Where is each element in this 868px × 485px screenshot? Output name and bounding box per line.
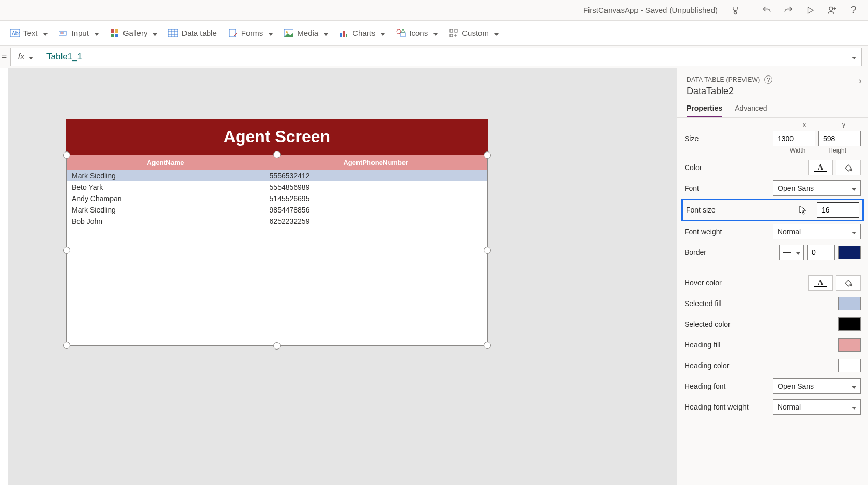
tool-input[interactable]: Input (59, 28, 99, 38)
tab-properties[interactable]: Properties (687, 101, 722, 117)
headingfont-select[interactable]: Open Sans (773, 378, 861, 394)
equals-label: = (0, 51, 7, 62)
tool-forms[interactable]: Forms (228, 28, 273, 38)
prop-hovercolor: Hover color A (685, 272, 861, 293)
svg-rect-18 (229, 29, 236, 37)
table-row[interactable]: Bob John6252232259 (67, 216, 487, 227)
play-icon[interactable] (802, 2, 818, 19)
column-header-phone[interactable]: AgentPhoneNumber (265, 155, 487, 170)
chevron-down-icon (492, 28, 499, 37)
table-row[interactable]: Beto Yark5554856989 (67, 181, 487, 193)
svg-marker-26 (401, 29, 405, 32)
svg-point-24 (397, 29, 401, 34)
fontweight-select[interactable]: Normal (773, 224, 861, 239)
datatable-icon (168, 28, 178, 38)
chevron-down-icon (794, 248, 800, 256)
resize-handle[interactable] (273, 342, 281, 350)
fx-button[interactable]: fx (10, 48, 40, 66)
font-select[interactable]: Open Sans (773, 180, 861, 196)
help-icon[interactable]: ? (764, 75, 772, 84)
size-width-input[interactable] (773, 131, 815, 146)
tool-datatable[interactable]: Data table (168, 28, 216, 38)
resize-handle[interactable] (484, 247, 491, 254)
svg-point-0 (734, 11, 737, 14)
fontsize-input[interactable] (817, 202, 859, 218)
resize-handle[interactable] (273, 151, 281, 158)
table-row[interactable]: Mark Siedling5556532412 (67, 170, 487, 181)
gallery-icon (110, 28, 119, 38)
properties-list: x y Size Width Height Color A Font Open … (677, 118, 868, 421)
formula-bar: = fx Table1_1 (0, 46, 868, 68)
divider (685, 267, 861, 267)
chevron-down-icon (431, 28, 438, 37)
chevron-down-icon (92, 28, 99, 37)
heading-fill-swatch[interactable] (838, 338, 861, 352)
column-header-name[interactable]: AgentName (67, 155, 265, 170)
tool-icons[interactable]: Icons (396, 28, 438, 38)
health-icon[interactable] (727, 2, 743, 19)
panel-tabs: Properties Advanced (677, 101, 868, 118)
resize-handle[interactable] (63, 151, 70, 159)
datatable-body: Mark Siedling5556532412Beto Yark55548569… (67, 170, 487, 227)
prop-headingfill: Heading fill (685, 335, 861, 355)
tool-text[interactable]: Abc Text (10, 28, 48, 38)
font-color-button[interactable]: A (808, 160, 833, 175)
cell-name: Andy Champan (67, 193, 265, 204)
datatable-control[interactable]: AgentName AgentPhoneNumber Mark Siedling… (66, 155, 488, 346)
border-color-swatch[interactable] (838, 246, 861, 259)
prop-size: Size (685, 128, 861, 149)
resize-handle[interactable] (484, 342, 491, 349)
chevron-down-icon (322, 28, 328, 37)
tool-charts[interactable]: Charts (339, 28, 385, 38)
titlebar: FirstCanvasApp - Saved (Unpublished) ? (0, 0, 868, 21)
svg-rect-25 (401, 33, 405, 37)
formula-input[interactable]: Table1_1 (40, 48, 862, 66)
svg-point-31 (851, 285, 853, 286)
svg-point-20 (286, 31, 288, 33)
prop-border: Border (685, 242, 861, 263)
headingfontweight-select[interactable]: Normal (773, 399, 861, 415)
cell-phone: 6252232259 (265, 216, 487, 227)
panel-header-label: DATA TABLE (PREVIEW) (687, 76, 760, 83)
prop-color: Color A (685, 157, 861, 178)
table-row[interactable]: Mark Siedling9854478856 (67, 204, 487, 216)
prop-selectedfill: Selected fill (685, 293, 861, 314)
selected-fill-swatch[interactable] (838, 297, 861, 310)
resize-handle[interactable] (63, 342, 70, 349)
chevron-down-icon (151, 28, 157, 37)
hover-font-color-button[interactable]: A (808, 275, 833, 291)
svg-rect-21 (340, 33, 342, 37)
input-icon (59, 28, 68, 38)
prop-headingfontweight: Heading font weight Normal (685, 397, 861, 417)
prop-fontweight: Font weight Normal (685, 221, 861, 242)
resize-handle[interactable] (484, 151, 491, 159)
redo-icon[interactable] (780, 2, 797, 19)
forms-icon (228, 28, 238, 38)
hover-fill-button[interactable] (836, 275, 861, 291)
size-height-input[interactable] (818, 131, 861, 146)
svg-point-2 (829, 7, 833, 10)
left-rail[interactable] (0, 68, 8, 485)
selected-color-swatch[interactable] (838, 317, 861, 331)
cell-name: Mark Siedling (67, 170, 265, 181)
resize-handle[interactable] (63, 247, 70, 254)
width-label: Width (790, 147, 806, 154)
table-row[interactable]: Andy Champan5145526695 (67, 193, 487, 204)
border-width-input[interactable] (807, 245, 835, 260)
tool-custom[interactable]: Custom (449, 28, 499, 38)
tab-advanced[interactable]: Advanced (735, 101, 767, 117)
icons-icon (396, 28, 406, 38)
fill-color-button[interactable] (836, 160, 861, 175)
control-name: DataTable2 (677, 86, 868, 101)
undo-icon[interactable] (758, 2, 775, 19)
cell-name: Mark Siedling (67, 204, 265, 216)
y-hint: y (842, 121, 845, 128)
border-style-select[interactable] (779, 245, 804, 260)
tool-gallery[interactable]: Gallery (110, 28, 158, 38)
expand-chevron-icon[interactable]: › (859, 75, 862, 86)
tool-media[interactable]: Media (284, 28, 328, 38)
heading-color-swatch[interactable] (838, 359, 861, 372)
share-person-icon[interactable] (824, 2, 840, 19)
help-icon[interactable]: ? (845, 2, 862, 19)
separator (751, 4, 751, 17)
